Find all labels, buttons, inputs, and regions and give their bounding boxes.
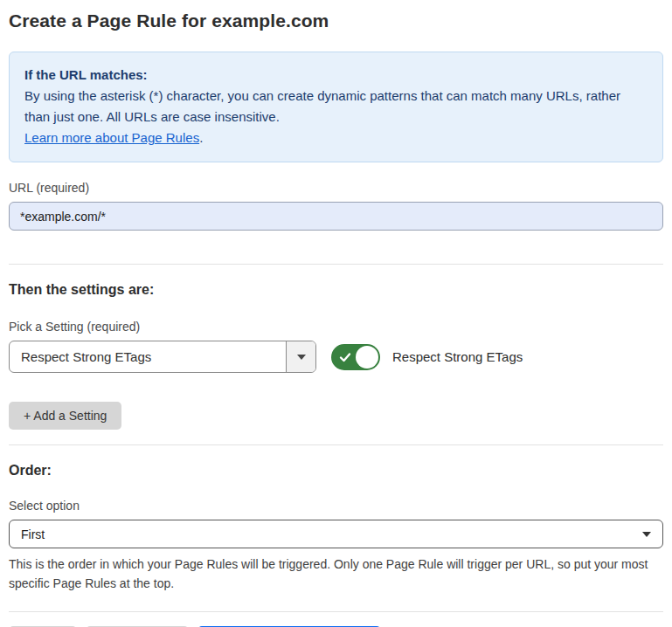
setting-select[interactable]: Respect Strong ETags [9, 341, 316, 373]
toggle-knob [356, 346, 378, 369]
divider [9, 264, 663, 265]
divider [9, 444, 663, 445]
setting-row: Respect Strong ETags Respect Strong ETag… [9, 341, 663, 373]
info-box-body: By using the asterisk (*) character, you… [24, 86, 648, 127]
info-box-link-row: Learn more about Page Rules. [24, 127, 648, 148]
url-input[interactable] [9, 202, 663, 231]
page-rule-form: Create a Page Rule for example.com If th… [0, 0, 672, 627]
order-select-value: First [21, 527, 642, 541]
url-match-info-box: If the URL matches: By using the asteris… [9, 52, 663, 162]
add-setting-button[interactable]: + Add a Setting [9, 402, 121, 430]
check-icon [339, 351, 351, 363]
url-field-label: URL (required) [9, 181, 663, 195]
link-suffix: . [199, 130, 203, 145]
setting-select-value: Respect Strong ETags [10, 341, 286, 372]
order-select[interactable]: First [9, 520, 663, 548]
toggle-label: Respect Strong ETags [392, 349, 523, 364]
setting-select-arrow-button[interactable] [286, 341, 315, 372]
page-title: Create a Page Rule for example.com [9, 10, 663, 31]
respect-strong-etags-toggle[interactable] [331, 344, 380, 370]
order-select-label: Select option [9, 499, 663, 513]
divider [9, 611, 663, 612]
chevron-down-icon [297, 355, 306, 360]
settings-section-heading: Then the settings are: [9, 282, 663, 298]
pick-setting-label: Pick a Setting (required) [9, 320, 663, 334]
chevron-down-icon [642, 532, 651, 537]
order-help-text: This is the order in which your Page Rul… [9, 555, 660, 593]
learn-more-link[interactable]: Learn more about Page Rules [24, 130, 199, 145]
info-box-heading: If the URL matches: [24, 65, 648, 86]
order-section-heading: Order: [9, 463, 663, 479]
